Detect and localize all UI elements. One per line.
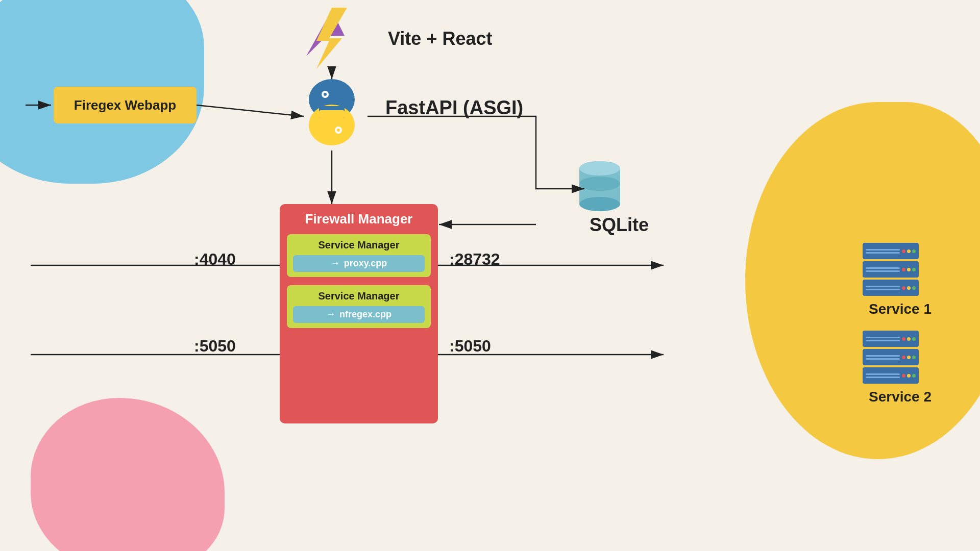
firegex-label: Firegex Webapp	[74, 97, 176, 113]
python-icon	[299, 77, 365, 148]
chip-2-label: nfregex.cpp	[339, 309, 391, 320]
rack-unit-1a	[863, 243, 919, 259]
rack-unit-1c	[863, 280, 919, 296]
port-5050-right: :5050	[449, 337, 491, 356]
blob-pink	[31, 398, 225, 551]
vite-react-text: Vite + React	[388, 28, 492, 49]
port-28732: :28732	[449, 250, 500, 269]
port-4040: :4040	[194, 250, 236, 269]
service-manager-2: Service Manager → nfregex.cpp	[287, 285, 431, 328]
svg-rect-9	[319, 110, 345, 118]
service-manager-1-chip: → proxy.cpp	[293, 255, 425, 272]
service-2-name: Service 2	[869, 389, 932, 405]
service-manager-1: Service Manager → proxy.cpp	[287, 234, 431, 277]
rack-unit-2c	[863, 367, 919, 384]
sqlite-icon	[577, 158, 623, 216]
port-5050-left: :5050	[194, 337, 236, 356]
chip-arrow-2: →	[326, 309, 335, 320]
diagram: Vite + React FastAPI (ASGI) Firegex Weba…	[0, 0, 980, 551]
chip-1-label: proxy.cpp	[344, 258, 387, 269]
rack-unit-2b	[863, 349, 919, 365]
fastapi-text: FastAPI (ASGI)	[385, 97, 523, 118]
rack-unit-2a	[863, 331, 919, 347]
rack-unit-1b	[863, 261, 919, 278]
service-manager-1-title: Service Manager	[293, 239, 425, 251]
svg-point-13	[579, 177, 620, 191]
sqlite-label: SQLite	[590, 214, 649, 236]
svg-point-12	[579, 197, 620, 211]
svg-point-7	[337, 129, 340, 132]
firewall-manager-box: Firewall Manager Service Manager → proxy…	[280, 204, 438, 423]
firewall-title: Firewall Manager	[287, 211, 431, 227]
chip-arrow-1: →	[331, 258, 340, 269]
sqlite-text: SQLite	[590, 214, 649, 235]
service-1-racks	[863, 243, 919, 296]
service-manager-2-title: Service Manager	[293, 290, 425, 302]
firegex-box: Firegex Webapp	[54, 87, 197, 123]
service-1-name: Service 1	[869, 301, 932, 317]
svg-point-14	[579, 161, 620, 176]
svg-marker-1	[316, 8, 347, 69]
service-2-racks	[863, 331, 919, 384]
fastapi-label: FastAPI (ASGI)	[385, 97, 523, 119]
vite-icon	[301, 5, 362, 71]
vite-react-label: Vite + React	[388, 28, 492, 49]
svg-point-5	[324, 93, 327, 96]
service-manager-2-chip: → nfregex.cpp	[293, 306, 425, 323]
svg-line-18	[197, 105, 304, 116]
